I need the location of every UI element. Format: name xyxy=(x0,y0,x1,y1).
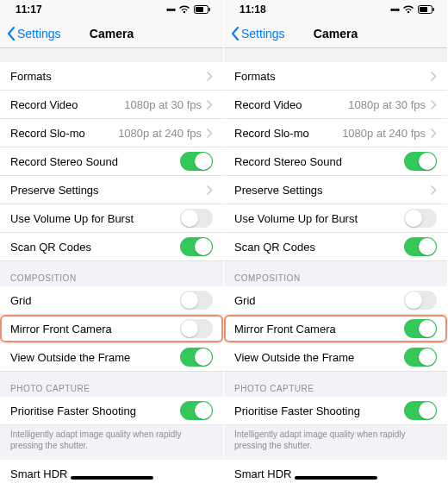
toggle-outside-frame[interactable] xyxy=(404,348,437,367)
settings-list[interactable]: Formats Record Video 1080p at 30 fps Rec… xyxy=(0,48,223,483)
row-formats[interactable]: Formats xyxy=(0,62,223,91)
toggle-grid[interactable] xyxy=(180,291,213,310)
chevron-left-icon xyxy=(231,27,240,41)
row-label: Scan QR Codes xyxy=(10,241,91,254)
row-label: Smart HDR xyxy=(10,467,67,480)
row-preserve[interactable]: Preserve Settings xyxy=(224,176,447,204)
toggle-grid[interactable] xyxy=(404,291,437,310)
row-volume-burst: Use Volume Up for Burst xyxy=(0,204,223,233)
settings-list[interactable]: Formats Record Video 1080p at 30 fps Rec… xyxy=(224,48,447,483)
row-label: Mirror Front Camera xyxy=(10,323,112,336)
chevron-left-icon xyxy=(7,27,16,41)
row-label: Grid xyxy=(10,294,32,307)
row-grid: Grid xyxy=(224,286,447,315)
chevron-right-icon xyxy=(207,129,213,138)
row-stereo: Record Stereo Sound xyxy=(0,147,223,176)
row-formats[interactable]: Formats xyxy=(224,62,447,91)
battery-icon xyxy=(194,5,211,14)
svg-rect-5 xyxy=(420,7,427,12)
row-qr: Scan QR Codes xyxy=(0,233,223,261)
phone-right: 11:18 •••• Settings Camera Formats Recor… xyxy=(224,0,448,483)
toggle-qr[interactable] xyxy=(404,237,437,256)
status-time: 11:18 xyxy=(240,3,266,16)
wifi-icon xyxy=(178,5,190,14)
toggle-volume-burst[interactable] xyxy=(180,209,213,228)
row-label: Record Stereo Sound xyxy=(10,155,118,168)
row-record-slomo[interactable]: Record Slo-mo 1080p at 240 fps xyxy=(0,119,223,147)
row-label: Preserve Settings xyxy=(234,184,323,197)
row-label: View Outside the Frame xyxy=(10,351,130,364)
row-volume-burst: Use Volume Up for Burst xyxy=(224,204,447,233)
row-record-slomo[interactable]: Record Slo-mo 1080p at 240 fps xyxy=(224,119,447,147)
row-mirror-front-camera: Mirror Front Camera xyxy=(224,315,447,343)
status-bar: 11:17 •••• xyxy=(0,0,223,19)
row-label: Formats xyxy=(10,70,52,83)
chevron-right-icon xyxy=(431,185,437,195)
section-header-photo-capture: PHOTO CAPTURE xyxy=(0,372,223,397)
row-label: Prioritise Faster Shooting xyxy=(234,405,360,417)
row-label: Scan QR Codes xyxy=(234,241,315,254)
toggle-stereo[interactable] xyxy=(404,152,437,171)
toggle-stereo[interactable] xyxy=(180,152,213,171)
row-record-video[interactable]: Record Video 1080p at 30 fps xyxy=(0,91,223,119)
row-label: Mirror Front Camera xyxy=(234,323,336,336)
section-header-photo-capture: PHOTO CAPTURE xyxy=(224,372,447,397)
phone-left: 11:17 •••• Settings Camera Formats Recor… xyxy=(0,0,224,483)
chevron-right-icon xyxy=(207,100,213,110)
row-mirror-front-camera: Mirror Front Camera xyxy=(0,315,223,343)
row-label: Preserve Settings xyxy=(10,184,99,197)
row-outside-frame: View Outside the Frame xyxy=(224,343,447,372)
chevron-right-icon xyxy=(207,185,213,195)
toggle-mirror-front-camera[interactable] xyxy=(404,319,437,338)
toggle-mirror-front-camera[interactable] xyxy=(180,319,213,338)
back-label: Settings xyxy=(17,27,61,41)
toggle-prioritise[interactable] xyxy=(404,401,437,420)
svg-rect-2 xyxy=(196,7,203,12)
wifi-icon xyxy=(402,5,414,14)
row-detail: 1080p at 240 fps xyxy=(118,127,202,140)
nav-bar: Settings Camera xyxy=(224,19,447,48)
row-label: Formats xyxy=(234,70,276,83)
row-detail: 1080p at 30 fps xyxy=(348,98,426,111)
home-indicator[interactable] xyxy=(71,476,153,480)
toggle-volume-burst[interactable] xyxy=(404,209,437,228)
row-detail: 1080p at 30 fps xyxy=(124,98,202,111)
status-bar: 11:18 •••• xyxy=(224,0,447,19)
row-label: Record Video xyxy=(234,98,302,111)
svg-rect-1 xyxy=(209,8,211,11)
row-preserve[interactable]: Preserve Settings xyxy=(0,176,223,204)
back-button[interactable]: Settings xyxy=(231,27,285,41)
spacer xyxy=(224,48,447,62)
row-label: View Outside the Frame xyxy=(234,351,354,364)
row-label: Use Volume Up for Burst xyxy=(234,212,358,225)
section-header-composition: COMPOSITION xyxy=(0,261,223,286)
row-label: Record Slo-mo xyxy=(10,127,85,140)
row-label: Prioritise Faster Shooting xyxy=(10,405,136,417)
nav-bar: Settings Camera xyxy=(0,19,223,48)
status-right: •••• xyxy=(166,5,211,15)
section-footer-prioritise: Intelligently adapt image quality when r… xyxy=(0,425,223,460)
back-button[interactable]: Settings xyxy=(7,27,61,41)
row-grid: Grid xyxy=(0,286,223,315)
row-label: Record Slo-mo xyxy=(234,127,309,140)
row-label: Record Video xyxy=(10,98,78,111)
toggle-prioritise[interactable] xyxy=(180,401,213,420)
svg-rect-4 xyxy=(433,8,435,11)
row-record-video[interactable]: Record Video 1080p at 30 fps xyxy=(224,91,447,119)
back-label: Settings xyxy=(241,27,285,41)
spacer xyxy=(0,48,223,62)
chevron-right-icon xyxy=(207,72,213,81)
status-right: •••• xyxy=(390,5,435,15)
chevron-right-icon xyxy=(431,72,437,81)
home-indicator[interactable] xyxy=(295,476,377,480)
chevron-right-icon xyxy=(431,129,437,138)
section-footer-prioritise: Intelligently adapt image quality when r… xyxy=(224,425,447,460)
toggle-qr[interactable] xyxy=(180,237,213,256)
signal-dots-icon: •••• xyxy=(390,5,399,15)
section-header-composition: COMPOSITION xyxy=(224,261,447,286)
row-label: Grid xyxy=(234,294,256,307)
toggle-outside-frame[interactable] xyxy=(180,348,213,367)
row-outside-frame: View Outside the Frame xyxy=(0,343,223,372)
row-label: Use Volume Up for Burst xyxy=(10,212,134,225)
row-label: Smart HDR xyxy=(234,467,291,480)
